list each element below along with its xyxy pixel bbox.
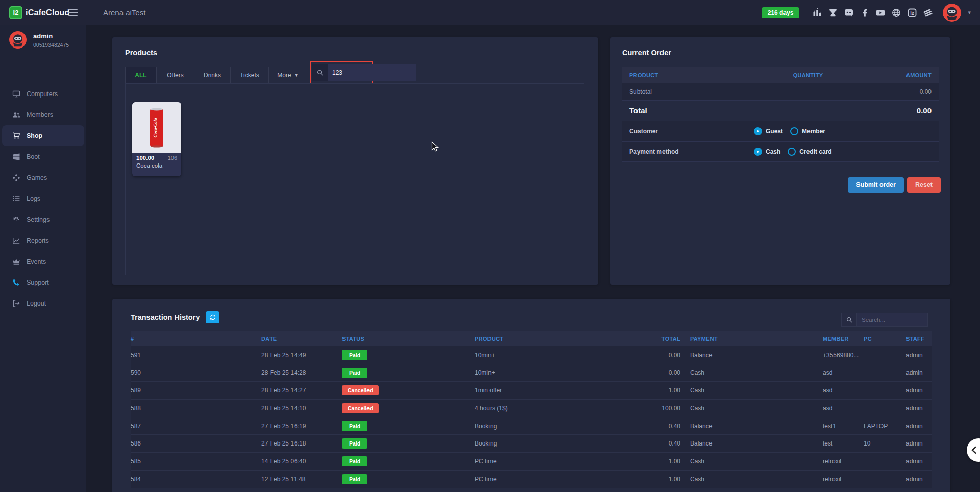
tab-offers[interactable]: Offers [157, 67, 194, 83]
sidebar-item-shop[interactable]: Shop [2, 125, 84, 146]
tab-tickets[interactable]: Tickets [231, 67, 269, 83]
license-days-badge[interactable]: 216 days [762, 7, 800, 18]
transaction-row-589[interactable]: 58928 Feb 25 14:27Cancelled1min offer1.0… [131, 382, 932, 400]
status-badge: Paid [342, 350, 368, 360]
tab-more[interactable]: More▼ [269, 67, 307, 83]
cell-status: Paid [342, 368, 475, 378]
cell-id: 586 [131, 440, 261, 447]
tab-all[interactable]: ALL [125, 67, 157, 83]
action-highlight-box [310, 61, 373, 84]
cell-staff: admin [906, 369, 932, 377]
status-badge: Paid [342, 421, 368, 431]
cell-date: 28 Feb 25 14:10 [261, 405, 342, 412]
cell-status: Paid [342, 474, 475, 484]
transaction-search-input[interactable] [856, 313, 928, 327]
cell-id: 587 [131, 423, 261, 430]
cell-product: PC time [475, 476, 633, 483]
cell-product: 1min offer [475, 387, 633, 394]
logout-icon [12, 299, 20, 308]
sidebar-item-computers[interactable]: Computers [0, 83, 86, 104]
sidebar-item-settings[interactable]: Settings [0, 209, 86, 230]
tab-drinks[interactable]: Drinks [194, 67, 231, 83]
transaction-row-585[interactable]: 58514 Feb 25 06:40PaidPC time1.00Cashret… [131, 453, 932, 471]
transaction-row-586[interactable]: 58627 Feb 25 16:18PaidBooking0.40Balance… [131, 435, 932, 453]
search-icon [312, 64, 328, 81]
cell-staff: admin [906, 387, 932, 394]
transaction-row-590[interactable]: 59028 Feb 25 14:28Paid10min+0.00Cashasda… [131, 364, 932, 382]
product-card-coca-cola[interactable]: Coca·Cola 100.00 106 Coca cola [132, 102, 181, 176]
products-grid: Coca·Cola 100.00 106 Coca cola [125, 83, 584, 275]
list-icon [12, 195, 20, 203]
transaction-table-body: 59128 Feb 25 14:49Paid10min+0.00Balance+… [131, 346, 932, 488]
menu-toggle-icon[interactable] [68, 8, 78, 17]
cell-payment: Cash [680, 405, 823, 412]
product-stock: 106 [168, 155, 177, 161]
cell-id: 588 [131, 405, 261, 412]
sidebar-item-members[interactable]: Members [0, 104, 86, 125]
product-image: Coca·Cola [132, 102, 181, 153]
side-panel-toggle[interactable] [967, 438, 980, 462]
payment-cash-option[interactable]: Cash [754, 148, 780, 156]
sidebar-item-boot[interactable]: Boot [0, 146, 86, 167]
topbar: i2 iCafeCloud Arena aiTest 216 days i2 [0, 0, 980, 25]
globe-icon[interactable] [891, 8, 901, 18]
layers-icon[interactable] [923, 8, 933, 18]
cell-staff: admin [906, 405, 932, 412]
cash-radio[interactable] [754, 148, 762, 156]
sidebar-item-events[interactable]: Events [0, 251, 86, 272]
users-icon [12, 111, 20, 119]
guest-radio[interactable] [754, 127, 762, 135]
products-search-input[interactable] [328, 64, 416, 81]
youtube-icon[interactable] [875, 8, 886, 18]
status-badge: Cancelled [342, 403, 379, 413]
cell-staff: admin [906, 423, 932, 430]
chevron-down-icon[interactable]: ▾ [968, 9, 971, 16]
cell-payment: Cash [680, 458, 823, 465]
cell-total: 0.00 [633, 352, 680, 359]
ranking-icon[interactable] [812, 8, 822, 18]
customer-label: Customer [629, 128, 754, 135]
discord-icon[interactable] [844, 8, 854, 18]
member-radio[interactable] [790, 127, 798, 135]
reset-button[interactable]: Reset [907, 177, 941, 193]
facebook-icon[interactable] [860, 8, 870, 18]
transaction-row-584[interactable]: 58412 Feb 25 11:48PaidPC time1.00Cashret… [131, 471, 932, 488]
gamepad-icon [12, 174, 20, 182]
customer-guest-option[interactable]: Guest [754, 127, 783, 135]
cell-status: Paid [342, 438, 475, 449]
cell-total: 1.00 [633, 387, 680, 394]
cell-member: test [823, 440, 864, 447]
avatar [9, 31, 27, 49]
sidebar-item-support[interactable]: Support [0, 272, 86, 293]
status-badge: Paid [342, 368, 368, 378]
submit-order-button[interactable]: Submit order [848, 177, 904, 193]
sidebar-item-logout[interactable]: Logout [0, 293, 86, 314]
icafecloud-icon[interactable]: i2 [907, 8, 917, 18]
transaction-row-588[interactable]: 58828 Feb 25 14:10Cancelled4 hours (1$)1… [131, 400, 932, 417]
cell-product: 10min+ [475, 352, 633, 359]
credit-card-radio[interactable] [788, 148, 796, 156]
refresh-button[interactable] [206, 311, 219, 323]
cell-payment: Balance [680, 423, 823, 430]
subtotal-value: 0.00 [864, 88, 932, 96]
sidebar-user[interactable]: admin 005193482475 [0, 25, 86, 55]
transaction-row-587[interactable]: 58727 Feb 25 16:19PaidBooking0.40Balance… [131, 417, 932, 435]
transaction-history-title: Transaction History [131, 313, 200, 321]
cell-product: 4 hours (1$) [475, 405, 633, 412]
sidebar-user-id: 005193482475 [33, 42, 69, 48]
sidebar-item-reports[interactable]: Reports [0, 230, 86, 251]
user-avatar[interactable] [943, 4, 961, 22]
sidebar-item-games[interactable]: Games [0, 167, 86, 188]
customer-member-option[interactable]: Member [790, 127, 825, 135]
transaction-row-591[interactable]: 59128 Feb 25 14:49Paid10min+0.00Balance+… [131, 346, 932, 364]
payment-credit-card-option[interactable]: Credit card [788, 148, 831, 156]
cell-total: 100.00 [633, 405, 680, 412]
cell-total: 0.40 [633, 440, 680, 447]
sidebar-item-logs[interactable]: Logs [0, 188, 86, 209]
status-badge: Paid [342, 456, 368, 466]
cell-staff: admin [906, 352, 932, 359]
trophy-icon[interactable] [828, 8, 838, 18]
cell-member: asd [823, 405, 864, 412]
products-tabs: ALL Offers Drinks Tickets More▼ [125, 67, 307, 83]
total-label: Total [629, 106, 752, 115]
